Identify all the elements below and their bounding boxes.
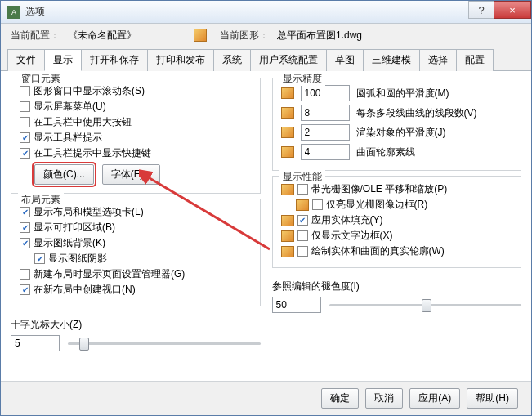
layout-checkbox-1[interactable] [20, 222, 30, 233]
layout-checkbox-2[interactable] [20, 238, 30, 248]
tab-body: 窗口元素 图形窗口中显示滚动条(S)显示屏幕菜单(U)在工具栏中使用大按钮显示工… [1, 71, 531, 381]
group-title: 布局元素 [18, 193, 64, 207]
perf-checkbox-0[interactable] [297, 184, 308, 195]
precision-label-1: 每条多段线曲线的线段数(V) [356, 106, 477, 120]
tab-7[interactable]: 三维建模 [363, 49, 420, 71]
fade-input[interactable] [272, 297, 321, 313]
perf-checkbox-1[interactable] [312, 199, 323, 210]
layout-label-4: 新建布局时显示页面设置管理器(G) [34, 267, 185, 281]
perf-checkbox-2[interactable] [297, 215, 308, 226]
layout-label-1: 显示可打印区域(B) [34, 221, 115, 235]
winElem-checkbox-1[interactable] [20, 101, 30, 112]
layout-label-0: 显示布局和模型选项卡(L) [34, 205, 144, 219]
tab-9[interactable]: 配置 [456, 49, 494, 71]
layout-checkbox-0[interactable] [20, 207, 30, 217]
group-display-performance: 显示性能 带光栅图像/OLE 平移和缩放(P)仅亮显光栅图像边框(R)应用实体填… [272, 176, 522, 268]
group-fade: 参照编辑的褪色度(I) [272, 273, 522, 321]
group-title: 显示精度 [279, 72, 325, 86]
header-row: 当前配置： 《未命名配置》 当前图形： 总平面布置图1.dwg [1, 24, 531, 47]
layout-checkbox-4[interactable] [20, 269, 30, 280]
winElem-checkbox-2[interactable] [20, 117, 30, 127]
apply-button[interactable]: 应用(A) [409, 388, 460, 409]
fade-label: 参照编辑的褪色度(I) [272, 280, 522, 293]
winElem-label-2: 在工具栏中使用大按钮 [34, 115, 132, 129]
winElem-label-3: 显示工具栏提示 [34, 131, 102, 145]
ok-button[interactable]: 确定 [321, 388, 359, 409]
app-icon: A [7, 6, 20, 19]
layer-icon [281, 230, 294, 242]
winElem-label-1: 显示屏幕菜单(U) [34, 100, 106, 114]
current-drawing-value: 总平面布置图1.dwg [277, 29, 362, 42]
precision-input-1[interactable] [301, 105, 350, 121]
group-layout-elements: 布局元素 显示布局和模型选项卡(L)显示可打印区域(B)显示图纸背景(K)显示图… [11, 199, 261, 306]
drawing-icon [194, 29, 207, 42]
layout-checkbox-3[interactable] [34, 253, 45, 264]
tab-6[interactable]: 草图 [326, 49, 364, 71]
colors-button[interactable]: 颜色(C)... [34, 164, 94, 185]
layer-icon [281, 127, 294, 138]
group-crosshair: 十字光标大小(Z) [11, 311, 261, 360]
current-config-label: 当前配置： [11, 29, 60, 42]
window-title: 选项 [25, 5, 469, 19]
crosshair-slider[interactable] [68, 335, 261, 351]
winElem-checkbox-3[interactable] [20, 132, 30, 143]
tab-0[interactable]: 文件 [7, 49, 45, 71]
precision-input-2[interactable] [301, 124, 350, 141]
tab-5[interactable]: 用户系统配置 [250, 49, 327, 71]
tab-1[interactable]: 显示 [44, 49, 82, 71]
precision-label-3: 曲面轮廓素线 [356, 145, 415, 159]
layer-icon [281, 215, 294, 226]
perf-label-2: 应用实体填充(Y) [311, 213, 383, 227]
precision-input-0[interactable] [301, 85, 350, 101]
layout-checkbox-5[interactable] [20, 284, 30, 295]
layer-icon [281, 107, 294, 119]
layer-icon [296, 199, 309, 211]
winElem-checkbox-4[interactable] [20, 148, 30, 159]
precision-input-3[interactable] [301, 144, 350, 160]
winElem-label-4: 在工具栏提示中显示快捷键 [34, 146, 151, 160]
winElem-label-0: 图形窗口中显示滚动条(S) [34, 84, 145, 98]
current-config-value: 《未命名配置》 [68, 29, 136, 42]
precision-label-2: 渲染对象的平滑度(J) [356, 126, 446, 140]
layer-icon [281, 184, 294, 195]
group-title: 显示性能 [279, 170, 325, 184]
tab-2[interactable]: 打开和保存 [81, 49, 148, 71]
layout-label-3: 显示图纸阴影 [48, 252, 107, 266]
group-display-precision: 显示精度 圆弧和圆的平滑度(M)每条多段线曲线的线段数(V)渲染对象的平滑度(J… [272, 78, 522, 171]
perf-label-0: 带光栅图像/OLE 平移和缩放(P) [311, 182, 448, 196]
tab-3[interactable]: 打印和发布 [147, 49, 214, 71]
titlebar: A 选项 ? × [1, 1, 531, 24]
perf-label-1: 仅亮显光栅图像边框(R) [326, 198, 428, 212]
perf-checkbox-4[interactable] [297, 246, 308, 257]
group-window-elements: 窗口元素 图形窗口中显示滚动条(S)显示屏幕菜单(U)在工具栏中使用大按钮显示工… [11, 78, 261, 194]
tab-4[interactable]: 系统 [213, 49, 251, 71]
cancel-button[interactable]: 取消 [365, 388, 403, 409]
layout-label-5: 在新布局中创建视口(N) [34, 283, 136, 297]
winElem-checkbox-0[interactable] [20, 86, 30, 96]
fade-slider[interactable] [329, 297, 522, 313]
close-button[interactable]: × [494, 1, 531, 19]
layer-icon [281, 87, 294, 99]
help-footer-button[interactable]: 帮助(H) [467, 388, 518, 409]
dialog-footer: 确定 取消 应用(A) 帮助(H) [1, 381, 531, 415]
perf-checkbox-3[interactable] [297, 230, 308, 241]
crosshair-label: 十字光标大小(Z) [11, 318, 261, 332]
layout-label-2: 显示图纸背景(K) [34, 236, 105, 250]
fonts-button[interactable]: 字体(F)... [102, 164, 160, 185]
layer-icon [281, 146, 294, 158]
tabstrip: 文件显示打开和保存打印和发布系统用户系统配置草图三维建模选择配置 [1, 48, 531, 71]
perf-label-4: 绘制实体和曲面的真实轮廓(W) [311, 244, 445, 258]
layer-icon [281, 246, 294, 257]
help-button[interactable]: ? [468, 1, 494, 19]
options-dialog: A 选项 ? × 当前配置： 《未命名配置》 当前图形： 总平面布置图1.dwg… [0, 0, 532, 416]
tab-8[interactable]: 选择 [419, 49, 457, 71]
group-title: 窗口元素 [18, 72, 64, 86]
precision-label-0: 圆弧和圆的平滑度(M) [356, 87, 449, 101]
perf-label-3: 仅显示文字边框(X) [311, 229, 393, 243]
current-drawing-label: 当前图形： [220, 29, 269, 42]
crosshair-input[interactable] [11, 335, 60, 351]
